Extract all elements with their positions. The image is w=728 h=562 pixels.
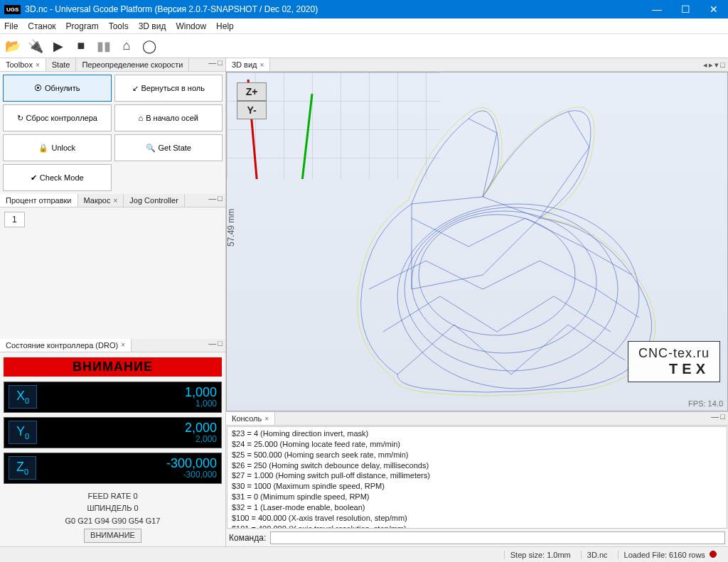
- svg-point-4: [405, 207, 618, 371]
- nav-down-icon[interactable]: ▾: [714, 60, 719, 70]
- menubar: File Станок Program Tools 3D вид Window …: [0, 18, 728, 34]
- console-line: $32 = 1 (Laser-mode enable, boolean): [232, 502, 722, 513]
- pendant-icon[interactable]: ◯: [141, 38, 158, 55]
- search-icon: 🔍: [146, 144, 156, 153]
- titlebar: UGS 3D.nc - Universal Gcode Platform (Ве…: [0, 0, 728, 18]
- tab-3d-view[interactable]: 3D вид×: [226, 58, 270, 71]
- panel-max-icon[interactable]: □: [218, 339, 223, 352]
- menu-program[interactable]: Program: [66, 21, 99, 31]
- status-badge: ВНИМАНИЕ: [84, 529, 141, 543]
- panel-max-icon[interactable]: □: [720, 60, 725, 70]
- open-icon[interactable]: 📂: [4, 38, 21, 55]
- 3d-viewport[interactable]: Z+ Y- 57.49 mm FPS: 14.0 CNC-tex.ru TEX: [226, 72, 728, 411]
- page-indicator[interactable]: 1: [4, 212, 25, 227]
- app-logo: UGS: [4, 5, 21, 14]
- console-line: $101 = 400.000 (Y-axis travel resolution…: [232, 524, 722, 529]
- close-button[interactable]: ✕: [700, 0, 728, 18]
- close-icon[interactable]: ×: [264, 415, 269, 423]
- tab-macros[interactable]: Макрос×: [78, 194, 124, 207]
- panel-max-icon[interactable]: □: [218, 194, 223, 207]
- zero-button[interactable]: ⦿Обнулить: [3, 75, 112, 102]
- dro-z[interactable]: Z0 -300,000-300,000: [4, 453, 222, 484]
- panel-min-icon[interactable]: —: [208, 194, 216, 207]
- dro-y[interactable]: Y0 2,0002,000: [4, 417, 222, 448]
- close-icon[interactable]: ×: [113, 197, 117, 205]
- target-icon: ⦿: [34, 84, 42, 92]
- dro-info: FEED RATE 0 ШПИНДЕЛЬ 0 G0 G21 G94 G90 G5…: [2, 486, 223, 544]
- svg-point-3: [397, 204, 639, 389]
- panel-min-icon[interactable]: —: [208, 58, 216, 71]
- play-icon[interactable]: ▶: [50, 38, 67, 55]
- y-minus-button[interactable]: Y-: [237, 101, 267, 119]
- get-state-button[interactable]: 🔍Get State: [114, 134, 223, 161]
- dro-tabs: Состояние контроллера (DRO)× —□: [0, 339, 225, 352]
- status-led-icon: [710, 551, 717, 558]
- status-filename: 3D.nc: [581, 551, 614, 559]
- check-mode-button[interactable]: ✔Check Mode: [3, 164, 112, 191]
- lock-icon: 🔒: [38, 144, 48, 153]
- panel-max-icon[interactable]: □: [218, 58, 223, 71]
- dro-x[interactable]: X0 1,0001,000: [4, 382, 222, 413]
- toolbox-tabs: Toolbox× State Переопределение скорости …: [0, 58, 225, 72]
- tab-state[interactable]: State: [46, 58, 77, 71]
- minimize-button[interactable]: —: [643, 0, 671, 18]
- send-percent-panel: 1: [0, 207, 225, 339]
- close-icon[interactable]: ×: [260, 61, 264, 69]
- check-icon: ✔: [31, 173, 37, 183]
- dro-panel: ВНИМАНИЕ X0 1,0001,000 Y0 2,0002,000 Z0 …: [0, 352, 225, 546]
- nav-left-icon[interactable]: ◂: [703, 60, 707, 70]
- unlock-button[interactable]: 🔒Unlock: [3, 134, 112, 161]
- axis-z-sub: -300,000: [166, 470, 217, 480]
- close-icon[interactable]: ×: [121, 341, 125, 349]
- status-step: Step size: 1.0mm: [504, 551, 577, 559]
- console-line: $100 = 400.000 (X-axis travel resolution…: [232, 513, 722, 524]
- menu-help[interactable]: Help: [216, 21, 234, 31]
- home-icon: ⌂: [139, 114, 144, 122]
- axis-x-sub: 1,000: [185, 399, 217, 409]
- toolbar: 📂 🔌 ▶ ■ ▮▮ ⌂ ◯: [0, 34, 728, 58]
- return-zero-button[interactable]: ↙Вернуться в ноль: [114, 75, 223, 102]
- svg-point-6: [419, 215, 575, 335]
- mid-tabs: Процент отправки Макрос× Jog Controller …: [0, 194, 225, 207]
- menu-window[interactable]: Window: [176, 21, 206, 31]
- panel-min-icon[interactable]: —: [208, 339, 216, 352]
- console-output[interactable]: $23 = 4 (Homing direction invert, mask)$…: [227, 426, 727, 529]
- stop-icon[interactable]: ■: [73, 38, 90, 55]
- connect-icon[interactable]: 🔌: [27, 38, 44, 55]
- dimension-label: 57.49 mm: [226, 209, 236, 247]
- spindle: ШПИНДЕЛЬ 0: [2, 502, 223, 515]
- command-label: Команда:: [229, 533, 266, 543]
- nav-right-icon[interactable]: ▸: [709, 60, 713, 70]
- console-line: $23 = 4 (Homing direction invert, mask): [232, 428, 722, 439]
- return-icon: ↙: [132, 84, 139, 93]
- panel-max-icon[interactable]: □: [720, 412, 725, 425]
- z-plus-button[interactable]: Z+: [237, 82, 267, 101]
- status-rows: Loaded File: 6160 rows: [618, 551, 722, 559]
- window-title: 3D.nc - Universal Gcode Platform (Версия…: [25, 4, 643, 14]
- tab-speed[interactable]: Переопределение скорости: [76, 58, 189, 71]
- tab-console[interactable]: Консоль×: [226, 412, 275, 425]
- home-icon[interactable]: ⌂: [118, 38, 135, 55]
- home-axes-button[interactable]: ⌂В начало осей: [114, 104, 223, 131]
- pause-icon[interactable]: ▮▮: [95, 38, 112, 55]
- axis-y-sub: 2,000: [185, 434, 217, 444]
- menu-machine[interactable]: Станок: [28, 21, 55, 31]
- tab-dro[interactable]: Состояние контроллера (DRO)×: [0, 339, 132, 352]
- reset-controller-button[interactable]: ↻Сброс контроллера: [3, 104, 112, 131]
- watermark: CNC-tex.ru TEX: [628, 341, 720, 382]
- panel-min-icon[interactable]: —: [711, 412, 719, 425]
- command-input[interactable]: [270, 531, 725, 544]
- close-icon[interactable]: ×: [36, 61, 40, 69]
- tab-jog[interactable]: Jog Controller: [124, 194, 184, 207]
- tab-toolbox[interactable]: Toolbox×: [0, 58, 46, 71]
- statusbar: Step size: 1.0mm 3D.nc Loaded File: 6160…: [0, 546, 728, 562]
- axis-jog-controls: Z+ Y-: [237, 82, 267, 119]
- menu-file[interactable]: File: [4, 21, 18, 31]
- svg-point-5: [412, 211, 596, 353]
- menu-tools[interactable]: Tools: [109, 21, 129, 31]
- maximize-button[interactable]: ☐: [671, 0, 700, 18]
- tab-send-percent[interactable]: Процент отправки: [0, 194, 78, 207]
- console-line: $26 = 250 (Homing switch debounce delay,…: [232, 460, 722, 471]
- menu-3dview[interactable]: 3D вид: [139, 21, 166, 31]
- toolbox-panel: ⦿Обнулить ↙Вернуться в ноль ↻Сброс контр…: [0, 72, 225, 194]
